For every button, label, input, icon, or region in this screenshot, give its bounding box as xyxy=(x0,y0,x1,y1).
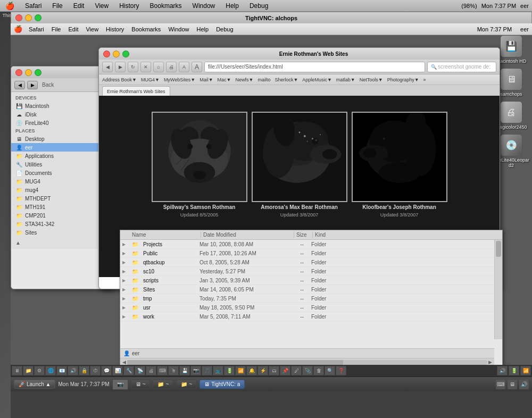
table-row[interactable]: ▶ 📁 usr May 18, 2005, 9:50 PM -- Folder xyxy=(120,303,502,312)
tray-icon-3[interactable]: ⚙ xyxy=(34,366,45,375)
tray-icon-6[interactable]: 🔊 xyxy=(68,366,78,375)
menubar-help[interactable]: Help xyxy=(223,2,241,10)
table-row[interactable]: ▶ 📁 tmp Today, 7:35 PM -- Folder xyxy=(120,294,502,303)
tray-icon-19[interactable]: 📺 xyxy=(213,366,223,375)
apple-menu[interactable]: 🍎 xyxy=(3,2,16,10)
minimize-button[interactable] xyxy=(25,14,32,21)
tray-icon-20[interactable]: 🔋 xyxy=(224,366,235,375)
taskbar-app-tilde1[interactable]: 🖥 ~ xyxy=(131,380,151,389)
bookmark-newfs[interactable]: Newfs▼ xyxy=(235,77,253,82)
dog-photo-max[interactable] xyxy=(252,112,347,202)
inner-menubar-file[interactable]: File xyxy=(51,26,62,32)
menubar-edit[interactable]: Edit xyxy=(71,2,87,10)
launch-button[interactable]: 🚀 Launch ▲ xyxy=(14,380,55,389)
row-expander[interactable]: ▶ xyxy=(122,278,129,283)
col-kind[interactable]: Kind xyxy=(313,232,345,238)
tray-icon-10[interactable]: 📊 xyxy=(112,366,123,375)
finder-fwd-btn[interactable]: ▶ xyxy=(27,81,38,89)
menubar-safari[interactable]: Safari xyxy=(23,2,44,10)
menubar-history[interactable]: History xyxy=(117,2,141,10)
col-date[interactable]: Date Modified xyxy=(201,232,294,238)
inner-menubar-window[interactable]: Window xyxy=(167,26,190,32)
bookmark-nettools[interactable]: NetTools▼ xyxy=(360,77,383,82)
menubar-view[interactable]: View xyxy=(93,2,111,10)
tray-icon-7[interactable]: 🔒 xyxy=(79,366,89,375)
taskbar-app-tightvnc[interactable]: 🖥 TightVNC: a xyxy=(200,380,245,389)
bookmark-sherlock[interactable]: Sherlock▼ xyxy=(275,77,298,82)
inner-apple-menu[interactable]: 🍎 xyxy=(14,25,22,33)
col-name[interactable]: Name xyxy=(132,232,201,238)
sys-icon-keyboard[interactable]: ⌨ xyxy=(496,380,505,389)
tray-icon-30[interactable]: ❓ xyxy=(336,366,346,375)
table-row[interactable]: ▶ 📁 sc10 Yesterday, 5:27 PM -- Folder xyxy=(120,267,502,276)
print-btn[interactable]: 🖨 xyxy=(166,62,177,72)
table-row[interactable]: ▶ 📁 Public Feb 17, 2008, 10:26 AM -- Fol… xyxy=(120,249,502,258)
tray-icon-4[interactable]: 🌐 xyxy=(45,366,56,375)
bookmark-applemusic[interactable]: AppleMusic▼ xyxy=(302,77,331,82)
reload-btn[interactable]: ↻ xyxy=(128,62,138,72)
back-btn[interactable]: ◀ xyxy=(102,62,113,72)
bookmark-mug4[interactable]: MUG4▼ xyxy=(141,77,160,82)
inner-menubar-history[interactable]: History xyxy=(105,26,125,32)
tray-icon-24[interactable]: 🗂 xyxy=(269,366,279,375)
hscroll-right[interactable]: ▶ xyxy=(488,360,492,365)
tray-icon-23[interactable]: ⚡ xyxy=(257,366,268,375)
table-row[interactable]: ▶ 📁 Projects Mar 10, 2008, 8:08 AM -- Fo… xyxy=(120,240,502,249)
menubar-file[interactable]: File xyxy=(50,2,64,10)
dog-photo-joseph[interactable] xyxy=(352,112,447,202)
bookmark-mywebsites[interactable]: MyWebSites▼ xyxy=(164,77,195,82)
bookmark-more[interactable]: » xyxy=(423,77,426,82)
scroll-up-icon[interactable]: ▲ xyxy=(15,240,21,246)
tray-right-icon-1[interactable]: 🔊 xyxy=(497,366,508,375)
font-smaller-btn[interactable]: A xyxy=(179,62,189,72)
tray-icon-21[interactable]: 📶 xyxy=(235,366,246,375)
menubar-window[interactable]: Window xyxy=(190,2,218,10)
stop-btn[interactable]: ✕ xyxy=(140,62,151,72)
address-bar[interactable]: file:///Users/eer/Sites/index.html xyxy=(204,62,425,72)
tray-icon-22[interactable]: 🔔 xyxy=(246,366,257,375)
bookmark-addressbook[interactable]: Address Book▼ xyxy=(102,77,137,82)
tray-icon-17[interactable]: 📷 xyxy=(190,366,201,375)
row-expander[interactable]: ▶ xyxy=(122,269,129,274)
inner-menubar-bookmarks[interactable]: Bookmarks xyxy=(130,26,162,32)
search-bar[interactable]: 🔍 screenshot gnome de: xyxy=(427,62,496,72)
table-row[interactable]: ▶ 📁 Sites Mar 14, 2008, 6:05 PM -- Folde… xyxy=(120,285,502,294)
row-expander[interactable]: ▶ xyxy=(122,251,129,256)
tray-icon-12[interactable]: 📡 xyxy=(135,366,145,375)
menubar-bookmarks[interactable]: Bookmarks xyxy=(148,2,184,10)
inner-menubar-edit[interactable]: Edit xyxy=(67,26,79,32)
tray-icon-16[interactable]: 💾 xyxy=(179,366,190,375)
close-button[interactable] xyxy=(15,14,22,21)
tray-icon-5[interactable]: 📧 xyxy=(56,366,67,375)
tray-icon-11[interactable]: 🔧 xyxy=(123,366,134,375)
tray-icon-9[interactable]: 💬 xyxy=(101,366,112,375)
home-btn[interactable]: ⌂ xyxy=(153,62,164,72)
filelist-scrollbar[interactable] xyxy=(494,240,502,339)
tray-icon-27[interactable]: 📎 xyxy=(302,366,313,375)
browser-max-btn[interactable] xyxy=(122,51,129,57)
tray-icon-2[interactable]: 📁 xyxy=(23,366,34,375)
tray-icon-14[interactable]: ⌨ xyxy=(157,366,168,375)
hscrollbar-thumb[interactable] xyxy=(127,360,343,365)
tray-icon-8[interactable]: ⏱ xyxy=(90,366,101,375)
bookmark-mailto[interactable]: mailto xyxy=(257,77,270,82)
row-expander[interactable]: ▶ xyxy=(122,260,129,265)
inner-menubar-help[interactable]: Help xyxy=(196,26,210,32)
bookmark-mail[interactable]: Mail▼ xyxy=(200,77,213,82)
row-expander[interactable]: ▶ xyxy=(122,314,129,319)
taskbar-app-tilde3[interactable]: 📁 ~ xyxy=(176,380,197,389)
bookmark-matlab[interactable]: matlab▼ xyxy=(336,77,355,82)
tray-icon-15[interactable]: 🖱 xyxy=(168,366,179,375)
sys-icon-screen[interactable]: 🖥 xyxy=(508,380,517,389)
row-expander[interactable]: ▶ xyxy=(122,296,129,301)
taskbar-app-tilde2[interactable]: 📁 ~ xyxy=(153,380,173,389)
tray-icon-29[interactable]: 🔍 xyxy=(325,366,335,375)
bookmark-mac[interactable]: Mac▼ xyxy=(218,77,231,82)
tray-icon-26[interactable]: 🖊 xyxy=(291,366,302,375)
table-row[interactable]: ▶ 📁 work Mar 5, 2008, 7:11 AM -- Folder xyxy=(120,312,502,321)
finder-max-btn[interactable] xyxy=(35,69,41,76)
col-size[interactable]: Size xyxy=(294,232,313,238)
menubar-debug[interactable]: Debug xyxy=(247,2,270,10)
browser-min-btn[interactable] xyxy=(113,51,120,57)
row-expander[interactable]: ▶ xyxy=(122,242,129,247)
